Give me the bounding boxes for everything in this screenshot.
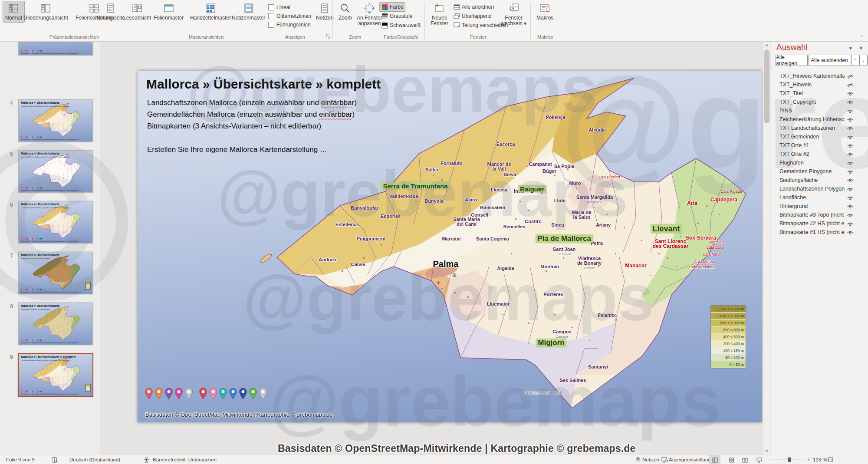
selection-item-label[interactable]: TXT Orte #2: [779, 151, 809, 157]
slide-thumbnail-5[interactable]: Mallorca » ÜbersichtskarteGemeindefläche…: [18, 150, 93, 193]
scroll-down-icon[interactable]: ▼: [763, 448, 770, 455]
slide-thumbnail-4[interactable]: Mallorca » ÜbersichtskarteLandschaftszon…: [18, 99, 93, 142]
selection-item-label[interactable]: TXT_Copyright: [779, 99, 816, 105]
zoom-slider-handle[interactable]: [788, 457, 791, 462]
accessibility-icon[interactable]: [143, 457, 150, 463]
selection-item[interactable]: TXT Orte #2: [771, 150, 868, 159]
selection-item-label[interactable]: Bitmapkarte #1 HS (nicht ed...: [779, 229, 845, 235]
selection-item[interactable]: Landschaftszonen Polygone: [771, 185, 868, 194]
slide-thumbnail-8[interactable]: Mallorca » ÜbersichtskarteBitmapkarte Ma…: [18, 303, 93, 345]
macros-button[interactable]: Makros: [534, 1, 556, 23]
visible-eye-icon[interactable]: [847, 187, 854, 192]
spellcheck-icon[interactable]: [51, 457, 58, 463]
selection-item-label[interactable]: Flughafen: [779, 160, 804, 166]
canvas-scrollbar[interactable]: ▲ ▼: [763, 42, 770, 455]
collapse-ribbon-icon[interactable]: ⌃: [860, 35, 864, 40]
selection-item[interactable]: Siedlungsfläche: [771, 176, 868, 185]
visible-eye-icon[interactable]: [847, 117, 854, 123]
view-normal-button[interactable]: [709, 455, 720, 464]
slide-thumbnail-3-partial[interactable]: Basisdaten © OpenStreetMap-Mitwirkende |…: [18, 42, 93, 56]
hidden-eye-icon[interactable]: [847, 82, 854, 88]
selection-item-label[interactable]: Siedlungsfläche: [779, 177, 818, 183]
selection-item-label[interactable]: Bitmapkarte #2 HS (nicht edi...: [779, 220, 845, 227]
black-white-button[interactable]: Schwarzweiß: [379, 20, 423, 30]
selection-item[interactable]: PINS: [771, 107, 868, 115]
visible-eye-icon[interactable]: [847, 135, 854, 140]
notes-master-button[interactable]: Notizenmaster: [229, 1, 268, 23]
visible-eye-icon[interactable]: [847, 178, 854, 184]
view-reading-button[interactable]: [740, 455, 751, 464]
visible-eye-icon[interactable]: [847, 204, 854, 210]
visible-eye-icon[interactable]: [847, 100, 854, 105]
hidden-eye-icon[interactable]: [847, 74, 854, 79]
visible-eye-icon[interactable]: [847, 161, 854, 166]
pane-dropdown-icon[interactable]: ▼: [848, 46, 853, 51]
selection-item-label[interactable]: PINS: [779, 108, 792, 114]
zoom-out-icon[interactable]: −: [768, 455, 771, 464]
visible-eye-icon[interactable]: [847, 230, 854, 236]
visible-eye-icon[interactable]: [847, 221, 854, 227]
view-sorter-button[interactable]: [726, 455, 737, 464]
handout-master-button[interactable]: Handzettelmaster: [187, 1, 233, 23]
bring-forward-icon[interactable]: ⌃: [851, 55, 859, 66]
selection-item[interactable]: Zeichenerklärung Höhenschi...: [771, 115, 868, 124]
selection-item-label[interactable]: TXT Orte #1: [779, 142, 809, 148]
gridlines-checkbox-box[interactable]: [268, 13, 274, 19]
visible-eye-icon[interactable]: [847, 143, 854, 149]
slide-thumbnail-9[interactable]: Mallorca » Übersichtskarte » komplettLan…: [18, 353, 93, 397]
slide-thumbnail-panel[interactable]: Basisdaten © OpenStreetMap-Mitwirkende |…: [0, 42, 100, 455]
slide-thumbnail-6[interactable]: Mallorca » ÜbersichtskarteLandschaftszon…: [18, 201, 93, 244]
selection-item[interactable]: TXT_Hinweis Karteninhalte: [771, 72, 868, 81]
fit-slide-icon[interactable]: [827, 457, 833, 463]
reading-view-button[interactable]: Leseansicht: [121, 1, 154, 23]
selection-item-label[interactable]: Landfläche: [779, 194, 806, 201]
guides-checkbox-box[interactable]: [268, 22, 274, 28]
grayscale-button[interactable]: Graustufe: [379, 11, 415, 21]
selection-item[interactable]: Hintergrund: [771, 202, 868, 211]
selection-item-label[interactable]: Zeichenerklärung Höhenschi...: [779, 116, 845, 122]
slide-bullet-2[interactable]: Gemeindeflächen Mallorca (einzeln auswäh…: [147, 110, 355, 119]
slide-title[interactable]: Mallorca » Übersichtskarte » komplett: [146, 77, 381, 92]
scrollbar-thumb[interactable]: [764, 49, 769, 123]
scroll-up-icon[interactable]: ▲: [763, 42, 770, 49]
selection-item[interactable]: TXT_Hinweis: [771, 81, 868, 89]
selection-item-label[interactable]: Landschaftszonen Polygone: [779, 186, 845, 192]
selection-item[interactable]: TXT Landschaftszonen: [771, 124, 868, 133]
selection-item-label[interactable]: Gemeinden Ploygone: [779, 168, 832, 174]
visible-eye-icon[interactable]: [847, 152, 854, 158]
selection-item-label[interactable]: TXT_Hinweis: [779, 82, 812, 88]
zoom-in-icon[interactable]: +: [807, 455, 810, 464]
gridlines-checkbox[interactable]: Gitternetzlinien: [268, 12, 311, 20]
selection-item[interactable]: Bitmapkarte #1 HS (nicht ed...: [771, 228, 868, 237]
show-all-button[interactable]: Alle anzeigen: [776, 55, 808, 66]
switch-windows-button[interactable]: Fenster wechseln ▾: [498, 1, 529, 28]
selection-item-label[interactable]: TXT Landschaftszonen: [779, 125, 835, 131]
send-backward-icon[interactable]: ⌄: [859, 55, 868, 66]
outline-view-button[interactable]: Gliederungsansicht: [21, 1, 71, 23]
show-dialog-launcher-icon[interactable]: [326, 34, 331, 39]
selection-item-label[interactable]: Hintergrund: [779, 203, 808, 209]
selection-item[interactable]: Bitmapkarte #2 HS (nicht edi...: [771, 220, 868, 228]
slide-bullet-1[interactable]: Landschaftszonen Mallorca (einzeln auswä…: [147, 99, 357, 107]
selection-item[interactable]: TXT Gemeinden: [771, 133, 868, 142]
selection-item[interactable]: TXT Orte #1: [771, 142, 868, 150]
visible-eye-icon[interactable]: [847, 195, 854, 201]
selection-item[interactable]: Gemeinden Ploygone: [771, 168, 868, 176]
zoom-percentage[interactable]: 123 %: [813, 455, 827, 464]
notes-toggle[interactable]: Notizen: [642, 455, 659, 464]
visible-eye-icon[interactable]: [847, 91, 854, 97]
selection-item[interactable]: Landfläche: [771, 194, 868, 202]
visible-eye-icon[interactable]: [847, 109, 854, 114]
slide-cta-text[interactable]: Erstellen Sie Ihre eigene Mallorca-Karte…: [147, 145, 327, 154]
slide-9[interactable]: Mallorca » Übersichtskarte » komplett La…: [138, 71, 762, 422]
arrange-all-button[interactable]: Alle anordnen: [451, 2, 496, 12]
slide-counter[interactable]: Folie 9 von 9: [6, 455, 35, 464]
ruler-checkbox[interactable]: Lineal: [268, 3, 290, 11]
language-status[interactable]: Deutsch (Deutschland): [69, 455, 120, 464]
color-button[interactable]: Farbe: [379, 2, 405, 12]
elevation-legend[interactable]: 1.300 < 1.500 m1.000 < 1.300 m800 < 1.00…: [710, 305, 746, 369]
cascade-button[interactable]: Überlappend: [451, 11, 494, 21]
slide-bullet-3[interactable]: Bitmapkarten (3 Ansichts-Varianten – nic…: [147, 122, 321, 131]
accessibility-status[interactable]: Barrierefreiheit: Untersuchen: [153, 455, 217, 464]
zoom-button[interactable]: Zoom: [336, 1, 355, 23]
